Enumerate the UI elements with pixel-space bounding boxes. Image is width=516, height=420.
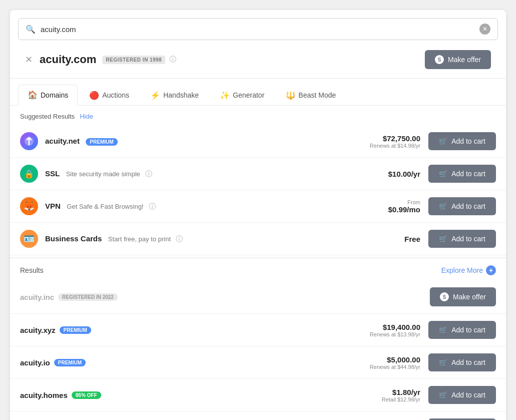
ssl-add-cart-label: Add to cart [451,170,485,178]
vpn-logo: 🦊 [20,197,38,215]
close-icon[interactable]: ✕ [25,54,33,65]
main-make-offer-label: Make offer [448,56,481,64]
beastmode-tab-icon: 🔱 [286,91,296,100]
hide-link[interactable]: Hide [80,113,93,120]
tabs-wrapper: 🏠 Domains 🔴 Auctions ⚡ Handshake ✨ Gener… [10,79,506,106]
search-bar: 🔍 acuity.com ✕ [18,18,498,40]
vpn-name: VPN [45,202,61,210]
results-label: Results [20,266,44,274]
main-domain-title: acuity.com [40,53,96,66]
result-item-acuity-xyz: acuity.xyz PREMIUM $19,400.00 Renews at … [10,314,506,346]
acuity-xyz-price: $19,400.00 Renews at $13.98/yr [370,323,420,337]
ssl-price-main: $10.00/yr [388,170,420,178]
business-cards-price: Free [404,235,420,243]
acuity-io-price-main: $5,000.00 [370,355,420,364]
ssl-add-cart-button[interactable]: 🛒 Add to cart [428,165,496,183]
tab-auctions[interactable]: 🔴 Auctions [80,85,139,105]
ssl-price: $10.00/yr [388,170,420,178]
tab-beastmode[interactable]: 🔱 Beast Mode [276,85,346,105]
cart-icon-io: 🛒 [439,358,447,366]
tab-generator[interactable]: ✨ Generator [210,85,274,105]
vpn-add-cart-label: Add to cart [451,202,485,210]
tab-handshake-label: Handshake [163,91,199,99]
acuity-io-premium-badge: PREMIUM [54,359,86,366]
main-make-offer-button[interactable]: S Make offer [425,50,491,69]
acuity-xyz-name: acuity.xyz [20,326,56,334]
acuity-io-add-cart-label: Add to cart [451,358,485,366]
acuity-xyz-add-cart-button[interactable]: 🛒 Add to cart [428,321,496,339]
acuity-io-name: acuity.io [20,358,50,367]
acuity-inc-registered-badge: REGISTERED IN 2022 [58,293,118,301]
acuity-inc-make-offer-button[interactable]: S Make offer [430,287,496,306]
ssl-desc: Site security made simple [66,170,140,178]
generator-tab-icon: ✨ [220,91,230,100]
vpn-icon: 🦊 [24,201,35,212]
acuity-net-add-cart-button[interactable]: 🛒 Add to cart [428,132,496,150]
main-container: 🔍 acuity.com ✕ ✕ acuity.com REGISTERED I… [10,10,506,420]
acuity-net-add-cart-label: Add to cart [451,137,485,145]
acuity-net-name: acuity.net [45,137,80,145]
cart-icon-vpn: 🛒 [439,202,447,210]
tab-auctions-label: Auctions [102,91,129,99]
ssl-icon: 🔒 [24,169,34,179]
acuity-io-add-cart-button[interactable]: 🛒 Add to cart [428,353,496,371]
ssl-info-icon[interactable]: ⓘ [145,170,152,178]
results-header: Results Explore More + [10,258,506,280]
acuity-net-price-sub: Renews at $14.98/yr [370,143,420,149]
acuity-net-premium-badge: PREMIUM [86,138,117,146]
acuity-homes-name: acuity.homes [20,391,68,399]
explore-more-button[interactable]: Explore More + [441,265,496,275]
acuity-homes-add-cart-label: Add to cart [451,391,485,399]
cart-icon-ssl: 🛒 [439,170,447,178]
business-cards-add-cart-label: Add to cart [451,235,485,243]
business-cards-add-cart-button[interactable]: 🛒 Add to cart [428,230,496,248]
result-item-acuity-io: acuity.io PREMIUM $5,000.00 Renews at $4… [10,346,506,379]
tab-handshake[interactable]: ⚡ Handshake [141,85,208,105]
acuity-net-info: acuity.net PREMIUM [45,137,118,146]
vpn-add-cart-button[interactable]: 🛒 Add to cart [428,197,496,215]
business-cards-icon: 🪪 [24,233,35,244]
vpn-price-from: From [388,199,420,205]
cart-icon: 🛒 [439,137,447,145]
tab-generator-label: Generator [233,91,265,99]
acuity-net-price-main: $72,750.00 [370,134,420,143]
acuity-homes-price-main: $1.80/yr [382,388,420,396]
tab-beastmode-label: Beast Mode [299,91,336,99]
acuity-inc-make-offer-label: Make offer [453,293,486,301]
acuity-homes-add-cart-button[interactable]: 🛒 Add to cart [428,386,496,404]
sedo-icon: S [435,55,444,64]
main-result-row: ✕ acuity.com REGISTERED IN 1998 ⓘ S Make… [18,45,498,74]
acuity-net-logo [20,132,38,150]
result-item-acuity-homes: acuity.homes 86% OFF $1.80/yr Retail $12… [10,379,506,411]
business-cards-info: Business Cards Start free, pay to print … [45,234,183,244]
ssl-logo: 🔒 [20,165,38,183]
tab-domains[interactable]: 🏠 Domains [18,85,78,106]
search-clear-button[interactable]: ✕ [479,24,490,35]
tab-domains-label: Domains [41,91,68,99]
info-icon[interactable]: ⓘ [169,55,176,64]
registered-badge: REGISTERED IN 1998 [102,56,165,64]
suggested-item-vpn: 🦊 VPN Get Safe & Fast Browsing! ⓘ From $… [10,190,506,223]
acuity-homes-price-sub: Retail $12.98/yr [382,396,420,402]
ssl-info: SSL Site security made simple ⓘ [45,169,152,179]
result-item-acuity-inc: acuity.inc REGISTERED IN 2022 S Make off… [10,280,506,314]
result-item-acuity-pics: acuity.pics ONLY $18.99 FOR 2 YEARS $1.8… [10,411,506,420]
acuity-io-price: $5,000.00 Renews at $44.98/yr [370,355,420,370]
tabs-container: 🏠 Domains 🔴 Auctions ⚡ Handshake ✨ Gener… [18,85,498,105]
cart-icon-bc: 🛒 [439,235,447,243]
acuity-homes-off-badge: 86% OFF [72,391,101,399]
cart-icon-xyz: 🛒 [439,326,447,334]
vpn-info-icon[interactable]: ⓘ [149,202,156,210]
business-cards-info-icon[interactable]: ⓘ [176,235,183,243]
explore-more-label: Explore More [441,266,483,274]
acuity-net-price: $72,750.00 Renews at $14.98/yr [370,134,420,149]
acuity-io-price-sub: Renews at $44.98/yr [370,364,420,370]
acuity-inc-name: acuity.inc [20,293,54,301]
search-input[interactable]: acuity.com [41,25,479,34]
main-content: Suggested Results Hide acuity.net PREMIU… [10,106,506,420]
acuity-xyz-price-sub: Renews at $13.98/yr [370,331,420,337]
cart-icon-homes: 🛒 [439,391,447,399]
domains-tab-icon: 🏠 [28,90,38,100]
ssl-name: SSL [45,169,60,178]
explore-plus-icon: + [486,265,496,275]
